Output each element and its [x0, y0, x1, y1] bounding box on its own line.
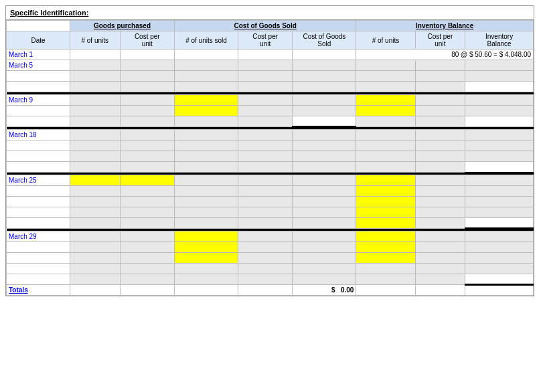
totals-label: Totals [7, 285, 70, 296]
march18-row4 [7, 162, 534, 173]
goods-purchased-header: Goods purchased [70, 21, 174, 31]
inv-cost-col-header: Cost perunit [415, 31, 465, 50]
march29-row4 [7, 264, 534, 274]
march25-row4 [7, 207, 534, 218]
march1-date: March 1 [7, 50, 70, 60]
cost-per-unit-col-header: Cost perunit [120, 31, 174, 50]
march9-row3 [7, 116, 534, 127]
cogs-col-header: Cost of GoodsSold [293, 31, 356, 50]
march5-row: March 5 [7, 60, 534, 71]
march18-row3 [7, 151, 534, 162]
cost-per-unit2-col-header: Cost perunit [238, 31, 292, 50]
num-units-sold-col-header: # of units sold [175, 31, 238, 50]
march29-date: March 29 [7, 231, 70, 242]
march25-date: March 25 [7, 175, 70, 186]
totals-inv-balance [465, 285, 534, 296]
march18-date: March 18 [7, 130, 70, 140]
date-col-header: Date [7, 31, 70, 50]
march29-row: March 29 [7, 231, 534, 242]
march25-row5 [7, 218, 534, 229]
march9-date: March 9 [7, 95, 70, 106]
march29-row3 [7, 253, 534, 264]
march29-row2 [7, 242, 534, 253]
march5-row2 [7, 71, 534, 82]
march1-row: March 1 80 @ $ 50.60 = $ 4,048.00 [7, 50, 534, 60]
num-units-col-header: # of units [70, 31, 120, 50]
march5-date: March 5 [7, 60, 70, 71]
march25-row: March 25 [7, 175, 534, 186]
march1-inv-value: 80 @ $ 50.60 = $ 4,048.00 [356, 50, 534, 60]
totals-row: Totals $ 0.00 [7, 285, 534, 296]
main-container: Specific Identification: Goods purchased… [5, 5, 534, 296]
march25-row2 [7, 186, 534, 197]
inv-bal-col-header: InventoryBalance [465, 31, 534, 50]
march9-row: March 9 [7, 95, 534, 106]
totals-amount: $ 0.00 [293, 285, 356, 296]
march18-row: March 18 [7, 130, 534, 140]
march5-row3 [7, 82, 534, 92]
cogs-header: Cost of Goods Sold [175, 21, 356, 31]
march9-row2 [7, 106, 534, 116]
title: Specific Identification: [6, 6, 534, 20]
march18-row2 [7, 140, 534, 151]
inv-units-col-header: # of units [356, 31, 415, 50]
march25-row3 [7, 197, 534, 207]
inv-balance-header: Inventory Balance [356, 21, 534, 31]
march29-row5 [7, 274, 534, 285]
